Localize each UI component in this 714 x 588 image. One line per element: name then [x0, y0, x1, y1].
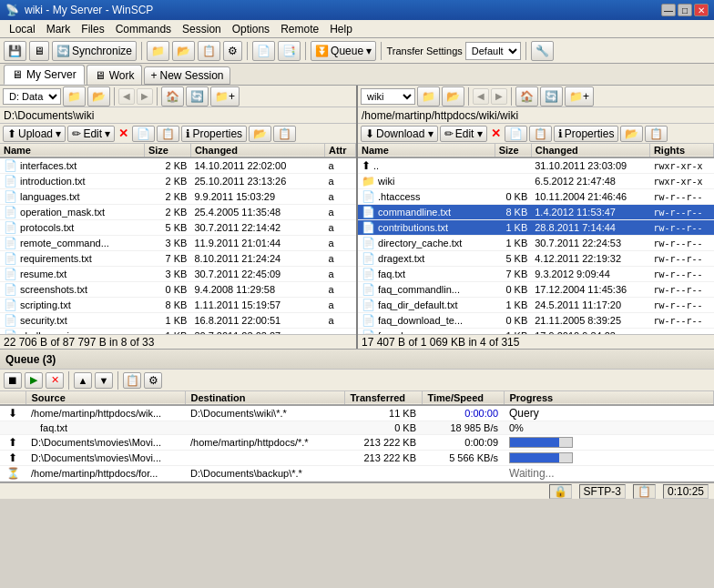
queue-cancel-btn[interactable]: ✕: [46, 372, 64, 389]
q-col-progress[interactable]: Progress: [504, 391, 714, 405]
table-row[interactable]: 📄 dragext.txt 5 KB 4.12.2011 22:19:32 rw…: [358, 251, 714, 267]
left-col-attr[interactable]: Attr: [325, 144, 356, 157]
left-extra-btn[interactable]: 📂: [249, 126, 271, 142]
left-edit-button[interactable]: ✏ Edit ▾: [67, 126, 115, 142]
list-item[interactable]: ⏳ /home/martinp/httpdocs/for... D:\Docum…: [0, 466, 714, 482]
close-button[interactable]: ✕: [694, 4, 709, 16]
menu-files[interactable]: Files: [76, 21, 109, 37]
right-extra2-btn[interactable]: 📋: [645, 126, 668, 142]
queue-log-btn[interactable]: 📋: [123, 372, 141, 389]
left-delete-button[interactable]: ✕: [117, 127, 130, 140]
right-forward-button[interactable]: ▶: [491, 88, 507, 105]
right-new-folder-btn[interactable]: 📁+: [565, 86, 594, 106]
new-session-button[interactable]: + New Session: [144, 66, 230, 85]
queue-stop-btn[interactable]: ⏹: [4, 372, 22, 389]
table-row[interactable]: 📄 interfaces.txt 2 KB 14.10.2011 22:02:0…: [0, 157, 356, 174]
list-item[interactable]: ⬇ /home/martinp/httpdocs/wik... D:\Docum…: [0, 405, 714, 421]
toolbar-local-btn[interactable]: 💾: [4, 41, 26, 61]
table-row[interactable]: 📄 contributions.txt 1 KB 28.8.2011 7:14:…: [358, 220, 714, 236]
table-row[interactable]: 📄 resume.txt 3 KB 30.7.2011 22:45:09 a: [0, 267, 356, 282]
left-browse-btn[interactable]: 📁: [63, 86, 86, 106]
menu-local[interactable]: Local: [4, 21, 41, 37]
right-properties-button[interactable]: ℹ Properties: [554, 126, 619, 142]
queue-down-btn[interactable]: ▼: [95, 372, 113, 389]
toolbar-server-btn[interactable]: 🖥: [29, 41, 49, 61]
table-row[interactable]: 📁 wiki 6.5.2012 21:47:48 rwxr-xr-x: [358, 174, 714, 189]
sync-button[interactable]: 🔄 Synchronize: [52, 41, 137, 61]
table-row[interactable]: 📄 screenshots.txt 0 KB 9.4.2008 11:29:58…: [0, 282, 356, 298]
menu-help[interactable]: Help: [324, 21, 358, 37]
table-row[interactable]: 📄 remote_command... 3 KB 11.9.2011 21:01…: [0, 236, 356, 251]
queue-button[interactable]: ⏬ Queue ▾: [311, 41, 376, 61]
table-row[interactable]: 📄 faq_dir_default.txt 1 KB 24.5.2011 11:…: [358, 298, 714, 313]
minimize-button[interactable]: —: [661, 4, 676, 16]
left-properties-button[interactable]: ℹ Properties: [181, 126, 247, 142]
right-back-button[interactable]: ◀: [473, 88, 489, 105]
toolbar-btn-2[interactable]: 📁: [147, 41, 169, 61]
q-col-source[interactable]: Source: [26, 391, 185, 405]
left-col-changed[interactable]: Changed: [190, 144, 324, 157]
right-new-file-btn[interactable]: 📄: [505, 126, 527, 142]
left-drive-select[interactable]: D: Data: [3, 88, 61, 105]
menu-remote[interactable]: Remote: [275, 21, 324, 37]
table-row[interactable]: 📄 faq_commandlin... 0 KB 17.12.2004 11:4…: [358, 282, 714, 298]
right-server-select[interactable]: wiki: [361, 88, 415, 105]
left-new-file-btn[interactable]: 📄: [132, 126, 155, 142]
right-refresh-btn[interactable]: 🔄: [540, 86, 563, 106]
left-home-btn[interactable]: 🏠: [161, 86, 184, 106]
left-folder-btn[interactable]: 📂: [87, 86, 110, 106]
q-col-op[interactable]: [0, 391, 26, 405]
right-col-changed[interactable]: Changed: [531, 144, 649, 157]
right-delete-button[interactable]: ✕: [489, 127, 503, 140]
toolbar-btn-3[interactable]: 📂: [172, 41, 195, 61]
right-col-name[interactable]: Name: [358, 144, 495, 157]
table-row[interactable]: 📄 introduction.txt 2 KB 25.10.2011 23:13…: [0, 174, 356, 189]
toolbar-btn-4[interactable]: 📋: [198, 41, 220, 61]
toolbar-settings-btn[interactable]: ⚙: [223, 41, 242, 61]
left-forward-button[interactable]: ▶: [137, 88, 153, 105]
table-row[interactable]: 📄 faq.txt 7 KB 9.3.2012 9:09:44 rw-r--r-…: [358, 267, 714, 282]
download-button[interactable]: ⬇ Download ▾: [361, 126, 438, 142]
table-row[interactable]: 📄 languages.txt 2 KB 9.9.2011 15:03:29 a: [0, 189, 356, 205]
list-item[interactable]: ⬆ D:\Documents\movies\Movi... /home/mart…: [0, 435, 714, 451]
table-row[interactable]: 📄 security.txt 1 KB 16.8.2011 22:00:51 a: [0, 313, 356, 329]
table-row[interactable]: 📄 operation_mask.txt 2 KB 25.4.2005 11:3…: [0, 205, 356, 220]
maximize-button[interactable]: □: [678, 4, 692, 16]
queue-settings-btn[interactable]: ⚙: [144, 372, 162, 389]
right-folder-btn[interactable]: 📂: [442, 86, 464, 106]
right-edit-button[interactable]: ✏ Edit ▾: [440, 126, 487, 142]
table-row[interactable]: 📄 protocols.txt 5 KB 30.7.2011 22:14:42 …: [0, 220, 356, 236]
menu-session[interactable]: Session: [177, 21, 227, 37]
left-col-name[interactable]: Name: [0, 144, 144, 157]
left-refresh-btn[interactable]: 🔄: [186, 86, 209, 106]
table-row[interactable]: 📄 .htaccess 0 KB 10.11.2004 21:46:46 rw-…: [358, 189, 714, 205]
toolbar-btn-6[interactable]: 📑: [278, 41, 301, 61]
menu-mark[interactable]: Mark: [41, 21, 76, 37]
right-home-btn[interactable]: 🏠: [515, 86, 538, 106]
tab-my-server[interactable]: 🖥 My Server: [4, 65, 85, 85]
table-row[interactable]: 📄 directory_cache.txt 1 KB 30.7.2011 22:…: [358, 236, 714, 251]
menu-options[interactable]: Options: [227, 21, 275, 37]
queue-up-btn[interactable]: ▲: [74, 372, 92, 389]
q-col-dest[interactable]: Destination: [185, 391, 344, 405]
toolbar-extra-btn[interactable]: 🔧: [531, 41, 554, 61]
left-col-size[interactable]: Size: [144, 144, 190, 157]
queue-play-btn[interactable]: ▶: [25, 372, 43, 389]
list-item[interactable]: ⬆ D:\Documents\movies\Movi... 213 222 KB…: [0, 451, 714, 466]
left-copy-btn[interactable]: 📋: [157, 126, 179, 142]
right-copy-btn[interactable]: 📋: [529, 126, 552, 142]
table-row[interactable]: 📄 scripting.txt 8 KB 1.11.2011 15:19:57 …: [0, 298, 356, 313]
table-row[interactable]: 📄 commandline.txt 8 KB 1.4.2012 11:53:47…: [358, 205, 714, 220]
menu-commands[interactable]: Commands: [110, 21, 177, 37]
transfer-settings-select[interactable]: Default: [465, 42, 521, 60]
table-row[interactable]: 📄 requirements.txt 7 KB 8.10.2011 21:24:…: [0, 251, 356, 267]
tab-work[interactable]: 🖥 Work: [87, 65, 143, 85]
right-browse-btn[interactable]: 📁: [417, 86, 440, 106]
left-new-folder-btn[interactable]: 📁+: [210, 86, 240, 106]
right-col-size[interactable]: Size: [495, 144, 531, 157]
q-col-speed[interactable]: Time/Speed: [422, 391, 504, 405]
upload-button[interactable]: ⬆ Upload ▾: [3, 126, 66, 142]
left-extra2-btn[interactable]: 📋: [273, 126, 296, 142]
table-row[interactable]: ⬆ .. 31.10.2011 23:03:09 rwxr-xr-x: [358, 157, 714, 174]
right-col-rights[interactable]: Rights: [649, 144, 713, 157]
